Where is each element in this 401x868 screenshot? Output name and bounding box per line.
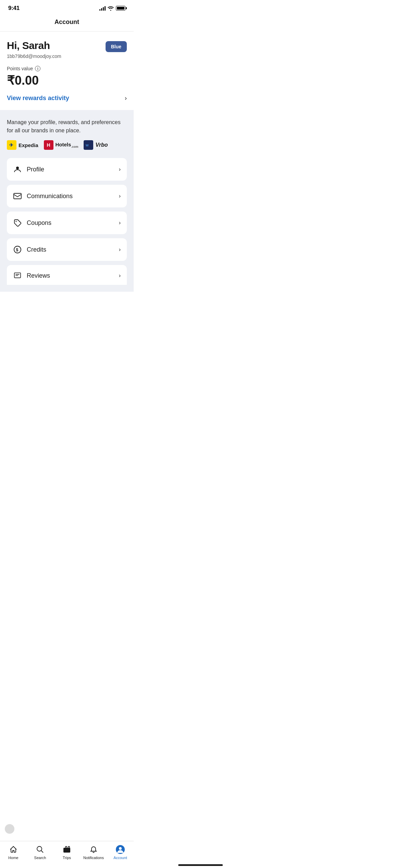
hotels-label: Hotels.com bbox=[56, 142, 78, 148]
page-header: Account bbox=[0, 14, 134, 32]
svg-text:✈: ✈ bbox=[9, 142, 13, 148]
hotels-brand[interactable]: H Hotels.com bbox=[44, 140, 78, 150]
status-bar: 9:41 bbox=[0, 0, 134, 14]
svg-rect-8 bbox=[14, 273, 21, 278]
communications-chevron-icon: › bbox=[119, 193, 121, 199]
greeting-text: Hi, Sarah bbox=[7, 40, 50, 51]
profile-chevron-icon: › bbox=[119, 166, 121, 172]
status-time: 9:41 bbox=[8, 5, 20, 12]
reviews-chevron-icon: › bbox=[119, 273, 121, 279]
menu-item-credits[interactable]: $ Credits › bbox=[7, 238, 127, 261]
expedia-brand[interactable]: ✈ Expedia bbox=[7, 140, 38, 150]
reviews-icon bbox=[13, 271, 22, 280]
expedia-label: Expedia bbox=[19, 142, 38, 148]
brands-section: Manage your profile, rewards, and prefer… bbox=[0, 110, 134, 292]
communications-label: Communications bbox=[27, 193, 73, 200]
wifi-icon bbox=[108, 6, 114, 11]
signal-icon bbox=[99, 6, 106, 11]
vrbo-icon: W bbox=[84, 140, 93, 150]
greeting-row: Hi, Sarah Blue bbox=[7, 40, 127, 52]
page-title: Account bbox=[54, 19, 79, 25]
person-icon bbox=[13, 165, 22, 174]
hotels-icon: H bbox=[44, 140, 53, 150]
credits-label: Credits bbox=[27, 246, 46, 253]
svg-text:W: W bbox=[86, 144, 89, 147]
coupons-chevron-icon: › bbox=[119, 220, 121, 226]
menu-item-communications[interactable]: Communications › bbox=[7, 185, 127, 207]
status-icons bbox=[99, 6, 125, 11]
svg-text:$: $ bbox=[16, 248, 19, 252]
menu-item-coupons[interactable]: Coupons › bbox=[7, 212, 127, 234]
battery-icon bbox=[116, 6, 125, 11]
profile-label: Profile bbox=[27, 166, 44, 173]
svg-point-3 bbox=[16, 167, 19, 169]
rewards-link-text: View rewards activity bbox=[7, 95, 69, 102]
rewards-link[interactable]: View rewards activity › bbox=[7, 95, 127, 103]
reviews-label: Reviews bbox=[27, 272, 50, 279]
vrbo-brand[interactable]: W Vrbo bbox=[84, 140, 108, 150]
svg-point-5 bbox=[16, 221, 17, 222]
menu-list: Profile › Communications › bbox=[7, 158, 127, 285]
info-icon[interactable]: i bbox=[35, 66, 40, 71]
tag-icon bbox=[13, 218, 22, 227]
points-value: ₹0.00 bbox=[7, 73, 127, 88]
points-label: Points value i bbox=[7, 66, 127, 71]
credits-chevron-icon: › bbox=[119, 246, 121, 253]
manage-text: Manage your profile, rewards, and prefer… bbox=[7, 118, 127, 135]
expedia-icon: ✈ bbox=[7, 140, 16, 150]
brands-row: ✈ Expedia H Hotels.com W Vrbo bbox=[7, 140, 127, 150]
vrbo-label: Vrbo bbox=[95, 142, 108, 148]
menu-item-profile[interactable]: Profile › bbox=[7, 158, 127, 181]
chevron-right-icon: › bbox=[125, 95, 127, 102]
account-email: 1bb79b6d@moodjoy.com bbox=[7, 53, 127, 59]
account-section: Hi, Sarah Blue 1bb79b6d@moodjoy.com Poin… bbox=[0, 32, 134, 110]
svg-rect-4 bbox=[14, 193, 21, 199]
coupons-label: Coupons bbox=[27, 219, 51, 227]
dollar-icon: $ bbox=[13, 245, 22, 254]
mail-icon bbox=[13, 192, 22, 201]
tier-badge[interactable]: Blue bbox=[106, 41, 127, 52]
menu-item-reviews[interactable]: Reviews › bbox=[7, 265, 127, 285]
